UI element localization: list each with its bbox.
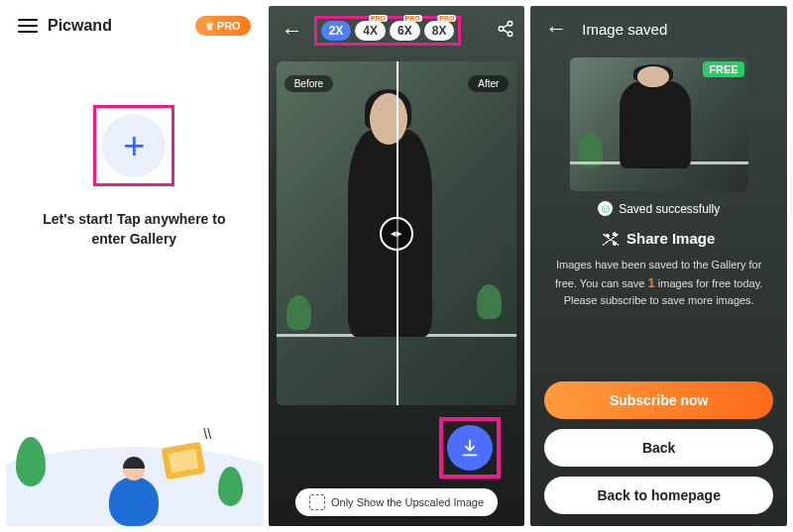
- save-info-text: Images have been saved to the Gallery fo…: [530, 257, 787, 309]
- highlight-box-download: [439, 417, 501, 479]
- pro-badge[interactable]: PRO: [195, 16, 251, 36]
- illustration: \\: [6, 377, 263, 526]
- compare-panel: ← 2X 4XPRO 6XPRO 8XPRO Before After ◂▸: [269, 6, 525, 526]
- download-button[interactable]: [447, 425, 493, 471]
- start-panel: Picwand PRO + Let's start! Tap anywhere …: [6, 6, 263, 526]
- svg-point-2: [509, 32, 513, 37]
- highlight-box-plus: +: [93, 105, 174, 186]
- svg-line-3: [504, 24, 509, 27]
- before-label: Before: [284, 75, 333, 92]
- start-instruction: Let's start! Tap anywhere to enter Galle…: [6, 210, 263, 249]
- zoom-level-group: 2X 4XPRO 6XPRO 8XPRO: [314, 16, 462, 46]
- action-buttons: Subscribe now Back Back to homepage: [530, 368, 787, 526]
- download-icon: [459, 437, 481, 459]
- zoom-2x[interactable]: 2X: [321, 21, 352, 41]
- only-upscaled-toggle[interactable]: Only Show the Upscaled Image: [295, 488, 498, 516]
- svg-point-1: [500, 26, 505, 31]
- subscribe-button[interactable]: Subscribe now: [544, 381, 773, 419]
- homepage-button[interactable]: Back to homepage: [544, 477, 773, 514]
- saved-status: Saved successfully: [530, 201, 787, 216]
- add-image-button[interactable]: +: [102, 114, 166, 177]
- plus-icon: +: [123, 125, 145, 167]
- free-badge: FREE: [703, 61, 743, 77]
- zoom-8x[interactable]: 8XPRO: [424, 21, 455, 41]
- zoom-6x[interactable]: 6XPRO: [390, 21, 420, 41]
- compare-header: ← 2X 4XPRO 6XPRO 8XPRO: [269, 6, 525, 55]
- back-icon[interactable]: ←: [279, 18, 306, 44]
- app-header: Picwand PRO: [6, 6, 263, 46]
- before-after-compare[interactable]: Before After ◂▸: [277, 61, 517, 405]
- after-label: After: [468, 75, 509, 92]
- page-title: Image saved: [582, 21, 667, 38]
- back-button[interactable]: Back: [544, 429, 773, 467]
- back-icon[interactable]: ←: [542, 16, 570, 42]
- compare-slider-handle[interactable]: ◂▸: [380, 217, 413, 251]
- menu-icon[interactable]: [18, 19, 38, 33]
- saved-thumbnail: FREE: [570, 57, 748, 191]
- saved-header: ← Image saved: [530, 6, 787, 52]
- app-name: Picwand: [48, 17, 112, 35]
- share-icon[interactable]: [497, 20, 514, 43]
- share-image-title: Share Image: [530, 230, 787, 247]
- svg-line-4: [504, 30, 509, 33]
- saved-panel: ← Image saved FREE Saved successfully Sh…: [530, 6, 787, 526]
- zoom-4x[interactable]: 4XPRO: [355, 21, 386, 41]
- svg-point-0: [509, 21, 513, 26]
